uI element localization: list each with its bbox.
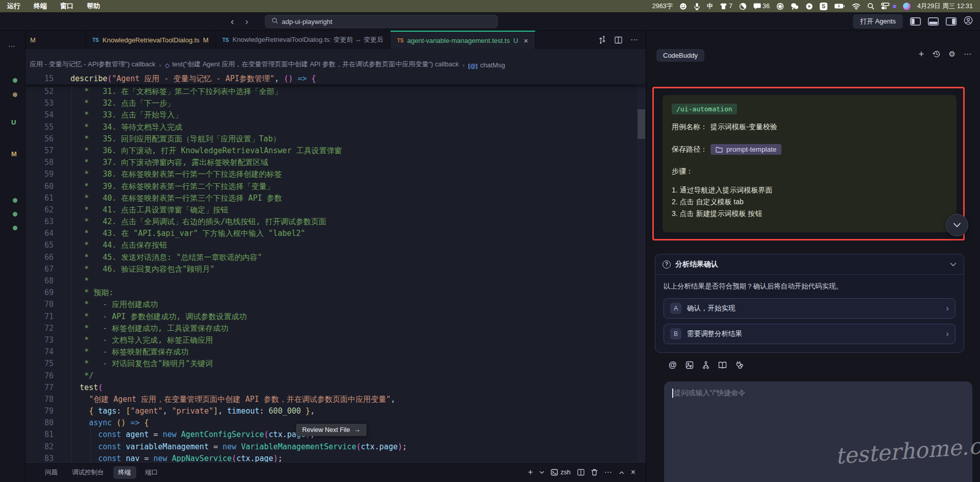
code-line[interactable]: 67 * 46. 验证回复内容包含"顾明月" [26,263,646,275]
code-line[interactable]: 56 * 35. 回到应用配置页面（导航到「应用设置」Tab） [26,133,646,145]
panel-tab-problems[interactable]: 问题 [40,466,63,479]
nav-forward-button[interactable]: › [245,16,248,27]
clothes-app-icon[interactable]: 7 [720,3,732,10]
toggle-right-panel-icon[interactable] [946,17,957,26]
option-adjust-button[interactable]: B 需要调整分析结果 › [664,324,955,344]
toggle-bottom-panel-icon[interactable] [928,17,939,26]
code-line[interactable]: 68 * [26,275,646,287]
code-line[interactable]: 82 const variableManagement = new Variab… [26,441,646,453]
compass-icon[interactable] [776,3,784,10]
play-icon[interactable] [805,3,813,10]
panel-tab-terminal[interactable]: 终端 [113,466,136,479]
tab-knowledge-dialog-diff[interactable]: TS KnowledgeRetrievalToolDialog.ts: 变更前 … [216,31,390,49]
codebuddy-panel-title[interactable]: CodeBuddy [656,49,704,62]
code-line[interactable]: 76 */ [26,370,646,382]
chat-input-box[interactable]: 提问或输入"/"快捷命令 [664,381,972,482]
mention-icon[interactable]: @ [669,360,677,370]
save-path-chip[interactable]: prompt-template [710,144,781,155]
scrollbar-thumb[interactable] [638,109,645,139]
chat-icon[interactable]: 36 [753,3,770,10]
maximize-panel-icon[interactable] [619,471,624,474]
smiley-icon[interactable] [679,3,687,10]
code-line[interactable]: 72 * - 标签创建成功, 工具设置保存成功 [26,323,646,334]
new-terminal-icon[interactable]: + [528,467,533,477]
breadcrumb-chatmsg[interactable]: chatMsg [480,61,505,69]
code-line[interactable]: 83 const nav = new AppNavService(ctx.pag… [26,453,646,462]
option-confirm-button[interactable]: A 确认，开始实现 › [664,298,955,319]
editor-scrollbar[interactable] [637,73,646,462]
menu-help[interactable]: 帮助 [87,2,100,11]
new-chat-icon[interactable]: + [918,49,924,59]
mcp-plug-icon[interactable] [736,361,743,369]
code-line[interactable]: 62 * 41. 点击工具设置弹窗「确定」按钮 [26,204,646,216]
terminal-dropdown-icon[interactable] [540,471,544,474]
code-line[interactable]: 55 * 34. 等待文档导入完成 [26,122,646,133]
code-line[interactable]: 52 * 31. 在「文档标签」第二个下拉列表中选择「全部」 [26,86,646,98]
s-app-icon[interactable]: S [820,3,827,10]
breadcrumb-describe[interactable]: 应用 - 变量与记忆 - API参数管理") callback [30,60,156,69]
code-line[interactable]: 70 * - 应用创建成功 [26,299,646,310]
code-line[interactable]: 53 * 32. 点击「下一步」 [26,98,646,109]
menu-terminal[interactable]: 终端 [34,2,47,11]
input-method-icon[interactable]: 中 [707,2,713,11]
sticky-scroll-line[interactable]: 15 describe("Agent 应用 - 变量与记忆 - API参数管理"… [26,73,646,85]
code-line[interactable]: 69 * 预期: [26,287,646,299]
close-tab-icon[interactable]: × [524,36,528,45]
code-line[interactable]: 58 * 37. 向下滚动弹窗内容, 露出标签映射配置区域 [26,157,646,168]
code-line[interactable]: 59 * 38. 在标签映射表第一行第一个下拉选择创建的标签 [26,168,646,180]
close-panel-icon[interactable]: × [631,468,635,477]
microphone-icon[interactable] [694,3,700,10]
code-line[interactable]: 66 * 45. 发送对话消息: "总结第一章歌谣的内容" [26,252,646,263]
tab-agent-variable-test[interactable]: TS agent-variable-management.test.ts U × [390,31,535,49]
code-line[interactable]: 74 * - 标签映射配置保存成功 [26,346,646,358]
tab-hidden-file[interactable]: M [26,31,86,49]
command-center-search[interactable]: adp-ui-playwright [265,15,498,28]
code-line[interactable]: 54 * 33. 点击「开始导入」 [26,109,646,121]
open-agents-button[interactable]: 打开 Agents [853,14,903,29]
code-line[interactable]: 71 * - API 参数创建成功, 调试参数设置成功 [26,311,646,323]
code-line[interactable]: 60 * 39. 在标签映射表第一行第二个下拉选择「变量」 [26,181,646,192]
wifi-icon[interactable] [852,3,861,10]
open-changes-icon[interactable] [598,36,606,44]
nav-back-button[interactable]: ‹ [231,16,234,27]
code-editor[interactable]: 15 describe("Agent 应用 - 变量与记忆 - API参数管理"… [26,73,646,462]
word-count[interactable]: 2963字 [652,2,673,11]
knowledge-base-icon[interactable] [718,362,727,369]
more-actions-icon[interactable]: ⋯ [8,42,16,50]
panel-more-icon[interactable]: ⋯ [964,50,972,59]
code-line[interactable]: 57 * 36. 向下滚动, 打开 KnowledgeRetrievalAnsw… [26,145,646,157]
code-line[interactable]: 77 test( [26,382,646,394]
history-icon[interactable] [933,50,941,58]
image-upload-icon[interactable] [685,361,694,369]
battery-icon[interactable] [834,3,845,9]
kill-terminal-icon[interactable] [591,469,598,476]
account-icon[interactable] [964,16,973,27]
more-editor-actions-icon[interactable]: ⋯ [630,35,639,44]
panel-tab-ports[interactable]: 端口 [140,466,163,479]
control-center-icon[interactable] [881,3,890,10]
code-line[interactable]: 63 * 42. 点击「全局调试」右边的插头/电线按钮, 打开调试参数页面 [26,216,646,228]
code-line[interactable]: 61 * 40. 在标签映射表第一行第三个下拉选择 API 参数 [26,192,646,204]
confirm-card-header[interactable]: ? 分析结果确认 [655,254,964,275]
code-line[interactable]: 73 * - 文档导入完成, 标签正确应用 [26,334,646,346]
code-line[interactable]: 79 { tags: ["agent", "private"], timeout… [26,405,646,417]
spotlight-search-icon[interactable] [867,3,874,10]
review-next-file-button[interactable]: Review Next File → [296,424,366,436]
code-line[interactable]: 78 "创建 Agent 应用，在变量管理页面中创建 API 参数，并在调试参数… [26,394,646,405]
menubar-clock[interactable]: 4月29日 周三 12:31 [917,2,973,11]
settings-gear-icon[interactable]: ⚙ [949,50,955,59]
panel-more-actions-icon[interactable]: ⋯ [604,468,612,477]
menu-run[interactable]: 运行 [7,2,20,11]
commands-icon[interactable] [702,361,709,369]
split-terminal-icon[interactable] [577,469,584,476]
panel-tab-debug-console[interactable]: 调试控制台 [67,466,109,479]
scroll-to-bottom-button[interactable] [946,214,968,236]
code-line[interactable]: 75 * - 对话回复包含"顾明月"关键词 [26,358,646,370]
menu-window[interactable]: 窗口 [60,2,74,11]
siri-icon[interactable] [903,3,911,10]
breadcrumb-test[interactable]: test("创建 Agent 应用，在变量管理页面中创建 API 参数，并在调试… [172,60,459,69]
code-line[interactable]: 64 * 43. 在 "API.$api_var" 下方输入框中输入 "labe… [26,228,646,239]
terminal-session[interactable]: zsh [551,469,570,476]
browser-icon[interactable] [739,3,747,10]
wechat-icon[interactable] [791,3,799,10]
